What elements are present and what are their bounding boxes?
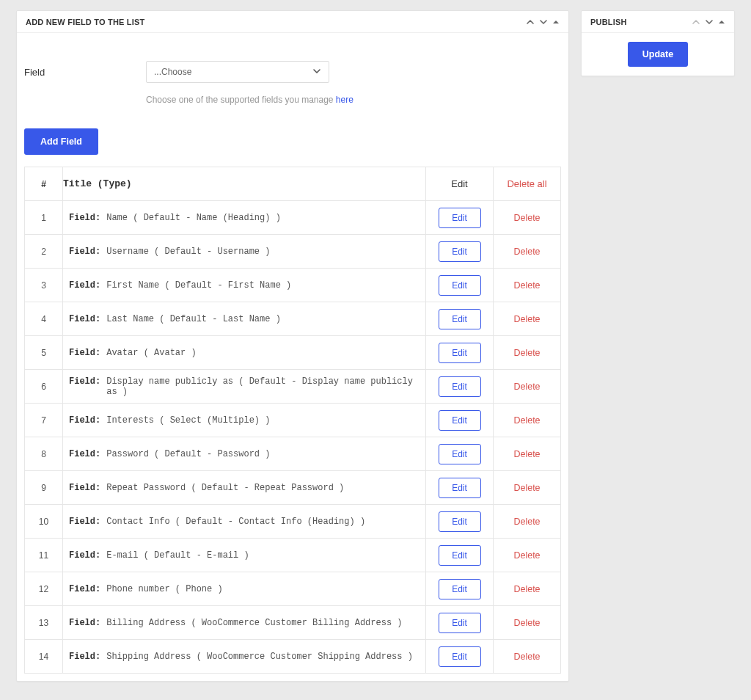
row-index: 4 bbox=[25, 302, 63, 336]
panel-header: ADD NEW FIELD TO THE LIST bbox=[17, 11, 568, 33]
edit-button[interactable]: Edit bbox=[439, 545, 481, 566]
edit-button[interactable]: Edit bbox=[439, 208, 481, 228]
row-index: 5 bbox=[25, 336, 63, 370]
delete-link[interactable]: Delete bbox=[513, 247, 540, 257]
row-field-label: Field: bbox=[69, 314, 100, 324]
edit-button[interactable]: Edit bbox=[439, 478, 481, 498]
add-field-panel: ADD NEW FIELD TO THE LIST Field ...Choos… bbox=[16, 10, 569, 682]
row-field-value: Shipping Address ( WooCommerce Customer … bbox=[106, 652, 413, 662]
row-index: 3 bbox=[25, 269, 63, 302]
row-title-cell: Field:Repeat Password ( Default - Repeat… bbox=[63, 471, 426, 505]
delete-link[interactable]: Delete bbox=[513, 483, 540, 493]
row-field-value: Password ( Default - Password ) bbox=[106, 449, 270, 459]
row-field-value: E-mail ( Default - E-mail ) bbox=[106, 550, 249, 561]
th-delete: Delete all bbox=[494, 167, 561, 201]
row-field-value: Billing Address ( WooCommerce Customer B… bbox=[106, 618, 402, 628]
row-field-label: Field: bbox=[69, 550, 100, 561]
edit-button[interactable]: Edit bbox=[439, 410, 481, 431]
row-field-value: Contact Info ( Default - Contact Info (H… bbox=[106, 517, 365, 527]
delete-link[interactable]: Delete bbox=[513, 584, 540, 594]
edit-button[interactable]: Edit bbox=[439, 376, 481, 397]
row-field-value: Avatar ( Avatar ) bbox=[106, 348, 196, 358]
edit-button[interactable]: Edit bbox=[439, 241, 481, 262]
delete-link[interactable]: Delete bbox=[513, 550, 540, 561]
row-field-value: Username ( Default - Username ) bbox=[106, 247, 270, 257]
row-field-label: Field: bbox=[69, 618, 100, 628]
row-field-label: Field: bbox=[69, 415, 100, 426]
edit-button[interactable]: Edit bbox=[439, 444, 481, 464]
row-title-cell: Field:Interests ( Select (Multiple) ) bbox=[63, 404, 426, 437]
row-title-cell: Field:Display name publicly as ( Default… bbox=[63, 370, 426, 404]
edit-button[interactable]: Edit bbox=[439, 309, 481, 329]
delete-link[interactable]: Delete bbox=[513, 348, 540, 358]
chevron-up-icon[interactable] bbox=[526, 18, 535, 26]
delete-link[interactable]: Delete bbox=[513, 382, 540, 392]
update-button[interactable]: Update bbox=[628, 42, 688, 67]
chevron-down-icon[interactable] bbox=[539, 18, 548, 26]
row-index: 12 bbox=[25, 572, 63, 606]
row-index: 8 bbox=[25, 437, 63, 471]
edit-button[interactable]: Edit bbox=[439, 613, 481, 633]
table-row: 1Field:Name ( Default - Name (Heading) )… bbox=[25, 201, 561, 235]
row-index: 10 bbox=[25, 505, 63, 539]
row-title-cell: Field:E-mail ( Default - E-mail ) bbox=[63, 539, 426, 572]
table-row: 4Field:Last Name ( Default - Last Name )… bbox=[25, 302, 561, 336]
field-select[interactable]: ...Choose bbox=[146, 61, 329, 83]
panel-body: Field ...Choose Choose one of the suppor… bbox=[17, 33, 568, 674]
panel-title: ADD NEW FIELD TO THE LIST bbox=[26, 18, 144, 26]
delete-all-link[interactable]: Delete all bbox=[507, 178, 546, 189]
delete-link[interactable]: Delete bbox=[513, 314, 540, 324]
row-field-label: Field: bbox=[69, 483, 100, 493]
row-field-label: Field: bbox=[69, 213, 100, 223]
chevron-up-icon[interactable] bbox=[692, 18, 700, 26]
row-title-cell: Field:First Name ( Default - First Name … bbox=[63, 269, 426, 302]
row-field-label: Field: bbox=[69, 376, 100, 387]
row-field-value: Display name publicly as ( Default - Dis… bbox=[106, 376, 420, 397]
row-index: 9 bbox=[25, 471, 63, 505]
row-field-label: Field: bbox=[69, 280, 100, 291]
publish-panel: PUBLISH Update bbox=[581, 10, 735, 76]
helper-link[interactable]: here bbox=[336, 95, 353, 105]
collapse-icon[interactable] bbox=[552, 18, 560, 26]
delete-link[interactable]: Delete bbox=[513, 517, 540, 527]
add-field-button[interactable]: Add Field bbox=[24, 128, 98, 155]
edit-button[interactable]: Edit bbox=[439, 511, 481, 532]
collapse-icon[interactable] bbox=[718, 18, 725, 26]
row-index: 7 bbox=[25, 404, 63, 437]
table-row: 12Field:Phone number ( Phone )EditDelete bbox=[25, 572, 561, 606]
table-row: 3Field:First Name ( Default - First Name… bbox=[25, 269, 561, 302]
row-title-cell: Field:Shipping Address ( WooCommerce Cus… bbox=[63, 640, 426, 674]
table-row: 13Field:Billing Address ( WooCommerce Cu… bbox=[25, 606, 561, 640]
delete-link[interactable]: Delete bbox=[513, 618, 540, 628]
publish-body: Update bbox=[582, 33, 734, 76]
table-row: 10Field:Contact Info ( Default - Contact… bbox=[25, 505, 561, 539]
chevron-down-icon[interactable] bbox=[705, 18, 714, 26]
table-row: 8Field:Password ( Default - Password )Ed… bbox=[25, 437, 561, 471]
row-field-label: Field: bbox=[69, 449, 100, 459]
row-title-cell: Field:Billing Address ( WooCommerce Cust… bbox=[63, 606, 426, 640]
delete-link[interactable]: Delete bbox=[513, 280, 540, 291]
edit-button[interactable]: Edit bbox=[439, 646, 481, 667]
delete-link[interactable]: Delete bbox=[513, 449, 540, 459]
fields-table: # Title (Type) Edit Delete all 1Field:Na… bbox=[24, 167, 561, 674]
row-title-cell: Field:Last Name ( Default - Last Name ) bbox=[63, 302, 426, 336]
row-field-label: Field: bbox=[69, 517, 100, 527]
row-title-cell: Field:Username ( Default - Username ) bbox=[63, 235, 426, 269]
edit-button[interactable]: Edit bbox=[439, 275, 481, 296]
publish-title: PUBLISH bbox=[590, 18, 627, 26]
table-row: 2Field:Username ( Default - Username )Ed… bbox=[25, 235, 561, 269]
edit-button[interactable]: Edit bbox=[439, 343, 481, 363]
delete-link[interactable]: Delete bbox=[513, 415, 540, 426]
row-field-label: Field: bbox=[69, 652, 100, 662]
row-index: 11 bbox=[25, 539, 63, 572]
delete-link[interactable]: Delete bbox=[513, 213, 540, 223]
table-row: 9Field:Repeat Password ( Default - Repea… bbox=[25, 471, 561, 505]
table-row: 11Field:E-mail ( Default - E-mail )EditD… bbox=[25, 539, 561, 572]
edit-button[interactable]: Edit bbox=[439, 579, 481, 599]
row-field-label: Field: bbox=[69, 584, 100, 594]
row-index: 1 bbox=[25, 201, 63, 235]
field-select-value: ...Choose bbox=[154, 67, 191, 77]
delete-link[interactable]: Delete bbox=[513, 652, 540, 662]
row-field-value: Repeat Password ( Default - Repeat Passw… bbox=[106, 483, 344, 493]
table-row: 7Field:Interests ( Select (Multiple) )Ed… bbox=[25, 404, 561, 437]
